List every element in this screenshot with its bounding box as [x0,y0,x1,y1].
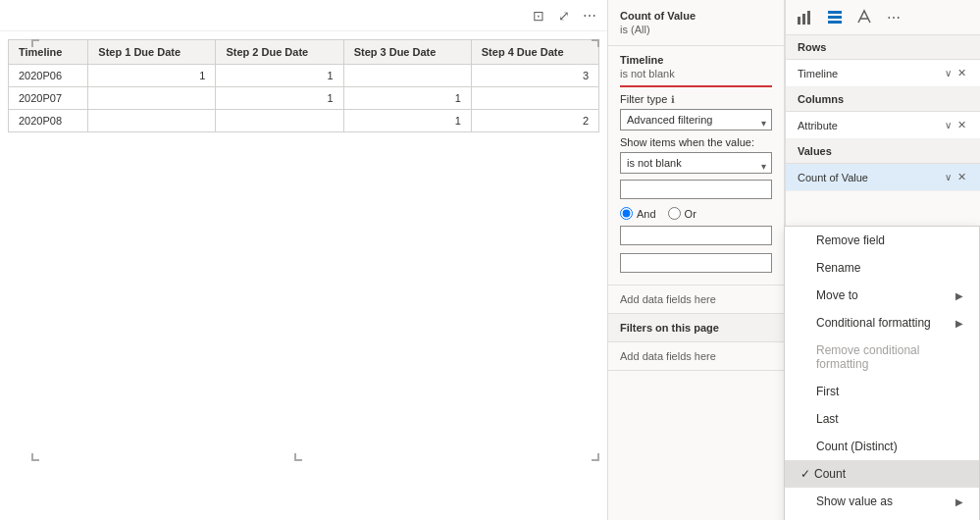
checkmark-icon: ✓ [800,467,810,481]
attribute-field-actions: ∨ ✕ [945,117,968,133]
table-panel: ⊡ ⤢ ⋯ Timeline Step 1 Due Date Step 2 Du… [0,0,608,520]
rows-section-header: Rows [786,35,980,60]
radio-or-input[interactable] [668,207,681,220]
menu-item-label: Count [814,467,963,481]
context-menu-item-count[interactable]: ✓Count [785,460,979,488]
menu-item-label: Move to [816,288,955,302]
svg-rect-5 [828,21,842,24]
filter-value-input-2[interactable] [620,226,772,245]
context-menu-item-remove-field[interactable]: Remove field [785,227,979,254]
timeline-field-actions: ∨ ✕ [945,65,968,81]
filter-type-select-wrapper: Advanced filtering [620,109,772,136]
more-options-icon[interactable]: ⋯ [882,6,905,29]
menu-item-label: Remove field [816,234,963,247]
cell-step2-3 [216,110,343,132]
svg-rect-0 [798,17,800,25]
cell-step1-2 [88,87,216,110]
add-data-fields-top: Add data fields here [608,286,784,314]
count-of-value-filter: Count of Value is (All) [608,0,784,46]
show-items-select-wrapper: is not blank [620,152,772,180]
filter-value-input-3[interactable] [620,253,772,273]
radio-or[interactable]: Or [668,207,696,220]
menu-item-label: Rename [816,261,963,275]
timeline-expand-icon[interactable]: ∨ [945,68,952,78]
svg-rect-2 [807,11,810,25]
format-icon[interactable] [852,6,876,29]
resize-handle-bm[interactable] [294,453,302,461]
table-row: 2020P07 1 1 [9,87,599,110]
attribute-expand-icon[interactable]: ∨ [945,120,952,130]
cell-timeline-2: 2020P07 [9,87,88,110]
attribute-field-label: Attribute [798,120,945,131]
attribute-remove-icon[interactable]: ✕ [955,117,968,133]
columns-section-header: Columns [786,87,980,112]
radio-and-input[interactable] [620,207,633,220]
timeline-filter: Timeline is not blank Filter type ℹ Adva… [608,46,784,286]
count-of-value-actions: ∨ ✕ [945,169,968,185]
table-toolbar: ⊡ ⤢ ⋯ [0,0,607,31]
context-menu: Remove fieldRenameMove to▶Conditional fo… [784,226,980,520]
count-of-value-remove-icon[interactable]: ✕ [955,169,968,185]
cell-step3-3: 1 [343,110,471,132]
menu-item-label: Remove conditional formatting [816,343,963,371]
count-of-value-expand-icon[interactable]: ∨ [945,172,952,182]
count-of-value-subtitle: is (All) [620,24,772,35]
col-step2[interactable]: Step 2 Due Date [216,40,343,65]
cell-step1-3 [88,110,216,132]
filter-active-indicator [620,85,772,87]
resize-handle-tl[interactable] [31,39,39,47]
table-header-row: Timeline Step 1 Due Date Step 2 Due Date… [9,40,599,65]
context-menu-item-rename[interactable]: Rename [785,254,979,282]
cell-timeline-3: 2020P08 [9,110,88,132]
radio-and[interactable]: And [620,207,656,220]
context-menu-item-remove-conditional-formatting: Remove conditional formatting [785,337,979,378]
filters-on-page-header: Filters on this page [608,314,784,342]
filter-icon[interactable]: ⊡ [529,6,548,26]
info-icon: ℹ [671,94,675,105]
context-menu-item-count-(distinct)[interactable]: Count (Distinct) [785,433,979,460]
cell-step1-1: 1 [88,65,216,87]
data-icon[interactable] [823,6,847,29]
filter-logic-row: And Or [620,207,772,220]
svg-rect-1 [802,14,805,25]
context-menu-item-show-value-as[interactable]: Show value as▶ [785,488,979,515]
timeline-filter-subtitle: is not blank [620,68,772,79]
filter-type-select[interactable]: Advanced filtering [620,109,772,130]
resize-handle-tr[interactable] [592,39,599,47]
context-menu-item-last[interactable]: Last [785,405,979,433]
timeline-field-label: Timeline [798,68,945,79]
menu-item-label: Show value as [816,494,955,508]
menu-item-label: Last [816,412,963,426]
menu-item-label: First [816,385,963,398]
col-step3[interactable]: Step 3 Due Date [343,40,471,65]
col-timeline[interactable]: Timeline [9,40,88,65]
timeline-remove-icon[interactable]: ✕ [955,65,968,81]
cell-step3-2: 1 [343,87,471,110]
svg-rect-4 [828,16,842,19]
col-step1[interactable]: Step 1 Due Date [88,40,216,65]
cell-timeline-1: 2020P06 [9,65,88,87]
timeline-field-item: Timeline ∨ ✕ [786,60,980,87]
table-row: 2020P08 1 2 [9,110,599,132]
context-menu-item-conditional-formatting[interactable]: Conditional formatting▶ [785,309,979,337]
timeline-filter-title: Timeline [620,54,772,66]
resize-handle-bl[interactable] [31,453,39,461]
show-items-label: Show items when the value: [620,136,772,148]
svg-rect-3 [828,11,842,14]
context-menu-item-new-quick-measure[interactable]: New quick measure [785,515,979,520]
resize-handle-br[interactable] [592,453,599,461]
more-icon[interactable]: ⋯ [580,6,599,26]
expand-icon[interactable]: ⤢ [554,6,574,26]
right-panel: ⋯ Rows Timeline ∨ ✕ Columns Attribute ∨ … [785,0,980,520]
count-of-value-field-item[interactable]: Count of Value ∨ ✕ [786,164,980,191]
context-menu-item-move-to[interactable]: Move to▶ [785,282,979,309]
cell-step2-1: 1 [216,65,343,87]
context-menu-item-first[interactable]: First [785,378,979,405]
show-items-select[interactable]: is not blank [620,152,772,174]
table-container: Timeline Step 1 Due Date Step 2 Due Date… [0,31,607,520]
visualizations-icon[interactable] [794,6,817,29]
cell-step4-3: 2 [471,110,598,132]
col-step4[interactable]: Step 4 Due Date [471,40,598,65]
cell-step3-1 [343,65,471,87]
filter-value-input[interactable] [620,180,772,199]
